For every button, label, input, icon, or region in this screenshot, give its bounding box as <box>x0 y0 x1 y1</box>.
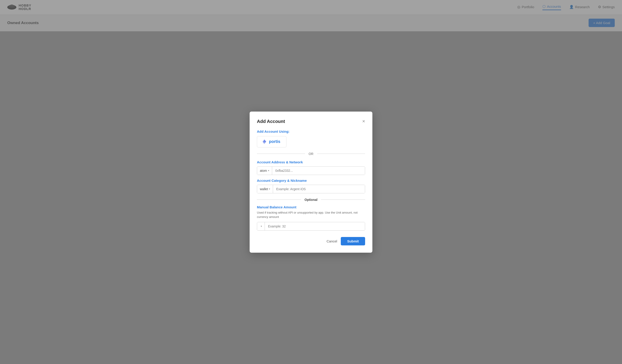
or-text: OR <box>305 152 317 156</box>
network-chevron-icon: ▾ <box>268 169 269 172</box>
account-address-row: atom ▾ <box>257 166 365 175</box>
add-using-label: Add Account Using: <box>257 129 365 133</box>
balance-input[interactable] <box>265 222 365 230</box>
manual-balance-title: Manual Balance Amount <box>257 205 365 209</box>
network-select[interactable]: atom <box>260 169 267 172</box>
modal-header: Add Account × <box>257 119 365 124</box>
manual-balance-row: ▾ <box>257 222 365 231</box>
category-select-wrapper[interactable]: wallet ▾ <box>257 185 273 193</box>
nickname-input[interactable] <box>273 185 365 193</box>
modal-title: Add Account <box>257 119 285 124</box>
category-select[interactable]: wallet <box>260 187 268 191</box>
close-button[interactable]: × <box>362 119 365 124</box>
optional-divider: Optional <box>257 198 365 201</box>
address-input[interactable] <box>272 166 365 175</box>
balance-currency-chevron-icon: ▾ <box>261 225 262 227</box>
cancel-button[interactable]: Cancel <box>327 239 337 243</box>
submit-button[interactable]: Submit <box>341 237 365 245</box>
ethereum-icon <box>262 139 267 145</box>
portis-label: portis <box>269 139 280 144</box>
manual-balance-desc: Used if tracking without API or unsuppor… <box>257 210 365 219</box>
category-chevron-icon: ▾ <box>269 188 270 190</box>
account-category-label: Account Category & Nickname <box>257 179 365 182</box>
optional-text: Optional <box>301 198 321 201</box>
network-select-wrapper[interactable]: atom ▾ <box>257 166 272 175</box>
modal-overlay: Add Account × Add Account Using: portis … <box>0 0 622 364</box>
or-divider: OR <box>257 152 365 156</box>
balance-currency-select-wrapper[interactable]: ▾ <box>257 222 265 230</box>
svg-marker-6 <box>264 140 266 143</box>
account-address-label: Account Address & Network <box>257 160 365 164</box>
modal-footer: Cancel Submit <box>257 237 365 245</box>
portis-button[interactable]: portis <box>257 136 287 147</box>
account-category-row: wallet ▾ <box>257 185 365 193</box>
add-account-modal: Add Account × Add Account Using: portis … <box>250 111 372 253</box>
